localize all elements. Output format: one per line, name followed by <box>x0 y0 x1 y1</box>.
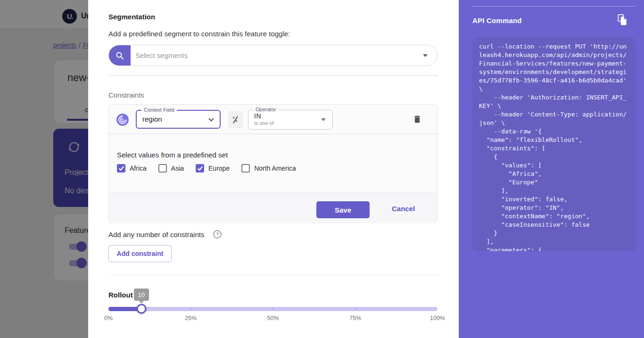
operator-dropdown-caret <box>321 118 326 121</box>
mark-0: 0% <box>104 315 113 322</box>
constraint-values-row: AfricaAsiaEuropeNorth America <box>117 164 296 173</box>
value-option-africa[interactable]: Africa <box>117 164 147 173</box>
segmentation-heading: Segmentation <box>108 13 155 21</box>
curl-command: curl --location --request PUT 'http://un… <box>479 42 630 251</box>
chevron-down-icon <box>208 116 214 121</box>
copy-icon <box>617 14 628 26</box>
dotted-divider <box>108 75 438 76</box>
rollout-marks: 0% 25% 50% 75% 100% <box>108 315 438 324</box>
mark-100: 100% <box>430 315 445 322</box>
constraints-label: Constraints <box>108 91 144 99</box>
segments-input[interactable] <box>135 46 399 65</box>
values-heading: Select values from a predefined set <box>117 151 228 159</box>
constraint-footer: Save Cancel <box>109 192 437 223</box>
add-constraint-button[interactable]: Add constraint <box>108 245 172 262</box>
checkbox-checked-icon[interactable] <box>117 164 125 173</box>
value-label: North America <box>254 165 296 172</box>
api-command-panel: API Command curl --location --request PU… <box>459 0 644 338</box>
rollout-slider: 10 0% 25% 50% 75% 100% <box>108 288 438 326</box>
mark-75: 75% <box>349 315 361 322</box>
add-constraints-hint: Add any number of constraints <box>108 231 204 239</box>
delete-constraint-button[interactable] <box>413 114 422 124</box>
tick-75 <box>355 308 356 310</box>
value-option-europe[interactable]: Europe <box>196 164 230 173</box>
operator-value: IN <box>254 112 261 120</box>
segmentation-subtitle: Add a predefined segment to constrain th… <box>108 30 290 38</box>
invert-constraint-button[interactable] <box>228 111 243 128</box>
constraint-card: Context Field region Operator IN is one … <box>108 104 438 223</box>
rollout-track[interactable] <box>108 307 438 311</box>
operator-label: Operator <box>253 107 278 112</box>
segments-dropdown-caret[interactable] <box>423 54 428 57</box>
search-icon-wrap <box>109 45 131 66</box>
api-code-block[interactable]: curl --location --request PUT 'http://un… <box>472 37 636 251</box>
context-field-label: Context Field <box>141 107 177 113</box>
context-field-select[interactable]: Context Field region <box>136 110 221 129</box>
copy-button[interactable] <box>616 14 628 26</box>
rollout-thumb[interactable] <box>136 304 146 314</box>
constraint-header: Context Field region Operator IN is one … <box>109 105 437 134</box>
segments-combobox[interactable] <box>108 45 438 66</box>
tick-25 <box>190 308 191 310</box>
save-button[interactable]: Save <box>316 201 370 218</box>
search-icon <box>116 51 124 60</box>
api-command-title: API Command <box>472 16 522 25</box>
value-label: Africa <box>130 165 147 172</box>
constraint-spiral-icon <box>116 114 129 126</box>
context-field-value: region <box>142 115 162 123</box>
invert-constraint-icon <box>231 115 240 124</box>
help-icon[interactable]: ? <box>213 230 222 239</box>
checkbox-unchecked-icon[interactable] <box>241 164 250 173</box>
value-option-asia[interactable]: Asia <box>158 164 184 173</box>
screen: U Unleash projects/Financial-Services ne… <box>0 0 644 338</box>
section-divider <box>108 275 438 275</box>
mark-50: 50% <box>267 315 279 322</box>
checkbox-checked-icon[interactable] <box>196 164 204 173</box>
operator-select[interactable]: Operator IN is one of <box>248 110 333 130</box>
value-option-north-america[interactable]: North America <box>241 164 296 173</box>
checkbox-unchecked-icon[interactable] <box>158 164 167 173</box>
panel-divider <box>472 6 636 7</box>
tick-50 <box>272 308 274 310</box>
value-label: Asia <box>171 165 184 172</box>
operator-description: is one of <box>254 120 274 126</box>
strategy-modal: Segmentation Add a predefined segment to… <box>88 0 459 338</box>
mark-25: 25% <box>185 315 197 322</box>
cancel-button[interactable]: Cancel <box>392 205 415 213</box>
value-label: Europe <box>208 165 230 172</box>
rollout-tooltip: 10 <box>134 289 149 301</box>
